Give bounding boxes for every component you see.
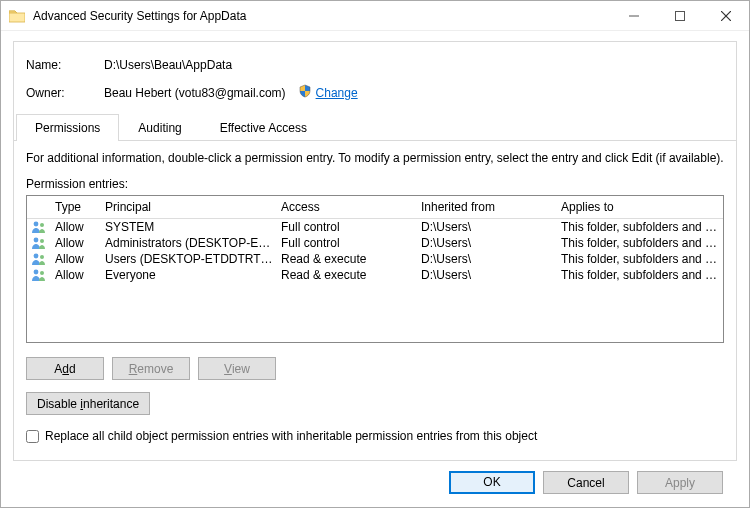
group-icon	[27, 220, 51, 234]
tab-permissions[interactable]: Permissions	[16, 114, 119, 141]
cell-access: Full control	[277, 220, 417, 234]
cancel-button[interactable]: Cancel	[543, 471, 629, 494]
cell-type: Allow	[51, 220, 101, 234]
cell-applies: This folder, subfolders and files	[557, 252, 723, 266]
svg-point-5	[40, 223, 44, 227]
cell-type: Allow	[51, 236, 101, 250]
cell-type: Allow	[51, 252, 101, 266]
view-label: View	[224, 362, 250, 376]
col-applies[interactable]: Applies to	[557, 200, 723, 214]
svg-point-4	[34, 222, 39, 227]
group-icon	[27, 236, 51, 250]
remove-button[interactable]: Remove	[112, 357, 190, 380]
permission-header-row: Type Principal Access Inherited from App…	[27, 196, 723, 219]
cell-inherited: D:\Users\	[417, 252, 557, 266]
entries-label: Permission entries:	[26, 177, 724, 191]
ok-button[interactable]: OK	[449, 471, 535, 494]
permission-row[interactable]: AllowEveryoneRead & executeD:\Users\This…	[27, 267, 723, 283]
col-principal[interactable]: Principal	[101, 200, 277, 214]
disable-inheritance-label: Disable inheritance	[37, 397, 139, 411]
owner-row: Owner: Beau Hebert (votu83@gmail.com) Ch…	[26, 84, 724, 101]
group-icon	[27, 268, 51, 282]
replace-children-checkbox[interactable]	[26, 430, 39, 443]
svg-point-9	[40, 255, 44, 259]
cell-applies: This folder, subfolders and files	[557, 268, 723, 282]
dialog-footer: OK Cancel Apply	[13, 461, 737, 494]
name-value: D:\Users\Beau\AppData	[104, 58, 232, 72]
cell-principal: Administrators (DESKTOP-ETD...	[101, 236, 277, 250]
col-access[interactable]: Access	[277, 200, 417, 214]
apply-button[interactable]: Apply	[637, 471, 723, 494]
tab-effective-access[interactable]: Effective Access	[201, 114, 326, 141]
cell-inherited: D:\Users\	[417, 268, 557, 282]
cell-principal: Everyone	[101, 268, 277, 282]
owner-value: Beau Hebert (votu83@gmail.com)	[104, 86, 286, 100]
info-text: For additional information, double-click…	[26, 151, 724, 165]
svg-point-6	[34, 238, 39, 243]
permission-row[interactable]: AllowAdministrators (DESKTOP-ETD...Full …	[27, 235, 723, 251]
replace-children-label: Replace all child object permission entr…	[45, 429, 537, 443]
svg-point-8	[34, 254, 39, 259]
cell-principal: Users (DESKTOP-ETDDTRT\Use...	[101, 252, 277, 266]
tab-strip: Permissions Auditing Effective Access	[14, 113, 736, 141]
add-button[interactable]: Add	[26, 357, 104, 380]
group-icon	[27, 252, 51, 266]
titlebar: Advanced Security Settings for AppData	[1, 1, 749, 31]
folder-icon	[9, 9, 25, 23]
permission-row[interactable]: AllowSYSTEMFull controlD:\Users\This fol…	[27, 219, 723, 235]
close-button[interactable]	[703, 1, 749, 31]
minimize-button[interactable]	[611, 1, 657, 31]
permission-row[interactable]: AllowUsers (DESKTOP-ETDDTRT\Use...Read &…	[27, 251, 723, 267]
disable-inheritance-button[interactable]: Disable inheritance	[26, 392, 150, 415]
owner-label: Owner:	[26, 86, 104, 100]
col-inherited[interactable]: Inherited from	[417, 200, 557, 214]
cell-inherited: D:\Users\	[417, 220, 557, 234]
cell-inherited: D:\Users\	[417, 236, 557, 250]
view-button[interactable]: View	[198, 357, 276, 380]
cell-principal: SYSTEM	[101, 220, 277, 234]
svg-point-11	[40, 271, 44, 275]
cell-type: Allow	[51, 268, 101, 282]
svg-rect-1	[676, 11, 685, 20]
tab-auditing[interactable]: Auditing	[119, 114, 200, 141]
svg-point-7	[40, 239, 44, 243]
name-label: Name:	[26, 58, 104, 72]
add-label: Add	[54, 362, 75, 376]
cell-access: Read & execute	[277, 268, 417, 282]
col-type[interactable]: Type	[51, 200, 101, 214]
svg-point-10	[34, 270, 39, 275]
maximize-button[interactable]	[657, 1, 703, 31]
cell-access: Read & execute	[277, 252, 417, 266]
window-title: Advanced Security Settings for AppData	[33, 9, 611, 23]
name-row: Name: D:\Users\Beau\AppData	[26, 58, 724, 72]
permission-entries-list[interactable]: Type Principal Access Inherited from App…	[26, 195, 724, 343]
cell-applies: This folder, subfolders and files	[557, 236, 723, 250]
change-owner-link[interactable]: Change	[316, 86, 358, 100]
shield-icon	[298, 84, 312, 101]
cell-applies: This folder, subfolders and files	[557, 220, 723, 234]
cell-access: Full control	[277, 236, 417, 250]
remove-label: Remove	[129, 362, 174, 376]
